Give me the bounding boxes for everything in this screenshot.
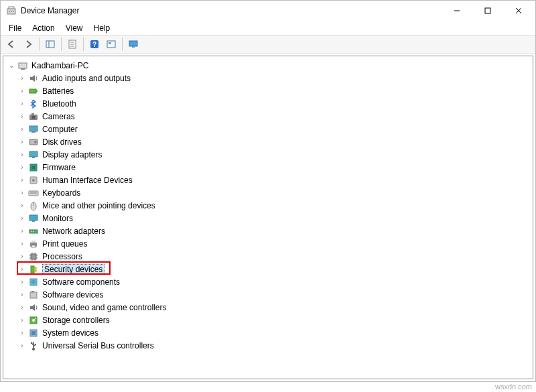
expand-icon[interactable]: › bbox=[18, 227, 26, 235]
expand-icon[interactable]: › bbox=[18, 304, 26, 312]
maximize-button[interactable] bbox=[472, 1, 503, 21]
forward-button[interactable] bbox=[20, 36, 36, 52]
watermark-text: wsxdn.com bbox=[495, 383, 532, 391]
tree-item[interactable]: ›Mice and other pointing devices bbox=[3, 199, 533, 212]
category-icon bbox=[27, 200, 40, 211]
tree-item[interactable]: ›Print queues bbox=[3, 237, 533, 250]
svg-rect-9 bbox=[46, 41, 54, 48]
tree-item[interactable]: ›Software devices bbox=[3, 288, 533, 301]
tree-item[interactable]: ›Bluetooth bbox=[3, 97, 533, 110]
menu-file[interactable]: File bbox=[3, 22, 27, 34]
tree-item[interactable]: ›Security devices bbox=[3, 263, 533, 275]
expand-icon[interactable]: › bbox=[18, 214, 26, 222]
category-label: Computer bbox=[42, 125, 78, 134]
category-label: Audio inputs and outputs bbox=[42, 74, 131, 83]
expand-icon[interactable]: › bbox=[18, 291, 26, 299]
tree-item[interactable]: ›Sound, video and game controllers bbox=[3, 301, 533, 314]
properties-button[interactable] bbox=[64, 36, 80, 52]
expand-icon[interactable]: › bbox=[18, 316, 26, 324]
category-icon bbox=[27, 328, 40, 338]
close-button[interactable] bbox=[503, 1, 534, 21]
devices-display-button[interactable] bbox=[125, 36, 141, 52]
expand-icon[interactable]: › bbox=[18, 189, 26, 197]
collapse-icon[interactable]: ⌄ bbox=[7, 62, 15, 70]
expand-icon[interactable]: › bbox=[18, 329, 26, 337]
category-icon bbox=[27, 124, 40, 135]
svg-point-4 bbox=[13, 11, 14, 12]
svg-rect-51 bbox=[31, 254, 36, 259]
category-label: System devices bbox=[42, 328, 98, 338]
category-label: Software devices bbox=[42, 290, 103, 300]
tree-item[interactable]: ›Software components bbox=[3, 275, 533, 288]
expand-icon[interactable]: › bbox=[18, 87, 26, 95]
expand-icon[interactable]: › bbox=[18, 100, 26, 108]
expand-icon[interactable]: › bbox=[18, 278, 26, 286]
svg-point-26 bbox=[32, 115, 36, 119]
expand-icon[interactable]: › bbox=[18, 138, 26, 146]
svg-point-72 bbox=[32, 348, 35, 350]
menubar: File Action View Help bbox=[1, 21, 535, 35]
category-icon bbox=[27, 162, 40, 173]
category-label: Monitors bbox=[42, 214, 73, 223]
tree-item[interactable]: ›Disk drives bbox=[3, 135, 533, 148]
tree-item[interactable]: ›Batteries bbox=[3, 84, 533, 97]
svg-rect-24 bbox=[36, 90, 38, 92]
scan-hardware-button[interactable] bbox=[103, 36, 119, 52]
expand-icon[interactable]: › bbox=[18, 151, 26, 159]
tree-item[interactable]: ›System devices bbox=[3, 326, 533, 339]
tree-item[interactable]: ›Computer bbox=[3, 123, 533, 135]
tree-item[interactable]: ›Display adapters bbox=[3, 148, 533, 161]
svg-rect-28 bbox=[29, 126, 38, 131]
category-icon bbox=[27, 73, 40, 84]
expand-icon[interactable]: › bbox=[18, 202, 26, 210]
expand-icon[interactable]: › bbox=[18, 342, 26, 350]
svg-rect-19 bbox=[129, 41, 137, 46]
svg-text:?: ? bbox=[92, 41, 96, 48]
expand-icon[interactable]: › bbox=[18, 125, 26, 133]
tree-item[interactable]: ›Audio inputs and outputs bbox=[3, 72, 533, 84]
tree-item[interactable]: ›Keyboards bbox=[3, 186, 533, 199]
menu-action[interactable]: Action bbox=[27, 22, 60, 34]
category-icon bbox=[27, 264, 40, 275]
help-button[interactable]: ? bbox=[86, 36, 103, 52]
expand-icon[interactable]: › bbox=[18, 74, 26, 82]
expand-icon[interactable]: › bbox=[18, 253, 26, 261]
expand-icon[interactable]: › bbox=[18, 265, 26, 273]
svg-rect-71 bbox=[31, 331, 36, 335]
expand-icon[interactable]: › bbox=[18, 240, 26, 248]
category-icon bbox=[27, 226, 40, 237]
tree-item[interactable]: ›Network adapters bbox=[3, 224, 533, 237]
category-icon bbox=[27, 149, 40, 160]
category-icon bbox=[27, 99, 40, 109]
category-icon bbox=[27, 175, 40, 186]
tree-root[interactable]: ⌄Kadhambari-PC bbox=[3, 59, 533, 72]
expand-icon[interactable]: › bbox=[18, 113, 26, 121]
svg-rect-60 bbox=[31, 266, 34, 273]
menu-help[interactable]: Help bbox=[88, 22, 116, 34]
window-controls bbox=[442, 1, 534, 21]
svg-rect-6 bbox=[485, 8, 490, 13]
category-label: Batteries bbox=[42, 86, 74, 96]
menu-view[interactable]: View bbox=[60, 22, 88, 34]
svg-rect-33 bbox=[32, 157, 35, 158]
tree-item[interactable]: ›Processors bbox=[3, 250, 533, 263]
tree-item[interactable]: ›Human Interface Devices bbox=[3, 174, 533, 186]
expand-icon[interactable]: › bbox=[18, 164, 26, 172]
window-title: Device Manager bbox=[21, 6, 442, 15]
tree-item[interactable]: ›Monitors bbox=[3, 212, 533, 224]
svg-point-2 bbox=[9, 11, 10, 12]
back-button[interactable] bbox=[3, 36, 19, 52]
tree-view[interactable]: ⌄Kadhambari-PC›Audio inputs and outputs›… bbox=[3, 56, 533, 379]
minimize-button[interactable] bbox=[442, 1, 472, 21]
svg-rect-77 bbox=[35, 344, 36, 345]
svg-rect-44 bbox=[32, 220, 35, 222]
tree-item[interactable]: ›Universal Serial Bus controllers bbox=[3, 339, 533, 352]
show-hide-tree-button[interactable] bbox=[42, 36, 58, 52]
tree-item[interactable]: ›Cameras bbox=[3, 110, 533, 123]
svg-rect-1 bbox=[9, 7, 14, 9]
app-icon bbox=[6, 5, 17, 16]
svg-point-76 bbox=[31, 342, 32, 343]
tree-item[interactable]: ›Storage controllers bbox=[3, 314, 533, 326]
expand-icon[interactable]: › bbox=[18, 176, 26, 184]
tree-item[interactable]: ›Firmware bbox=[3, 161, 533, 174]
